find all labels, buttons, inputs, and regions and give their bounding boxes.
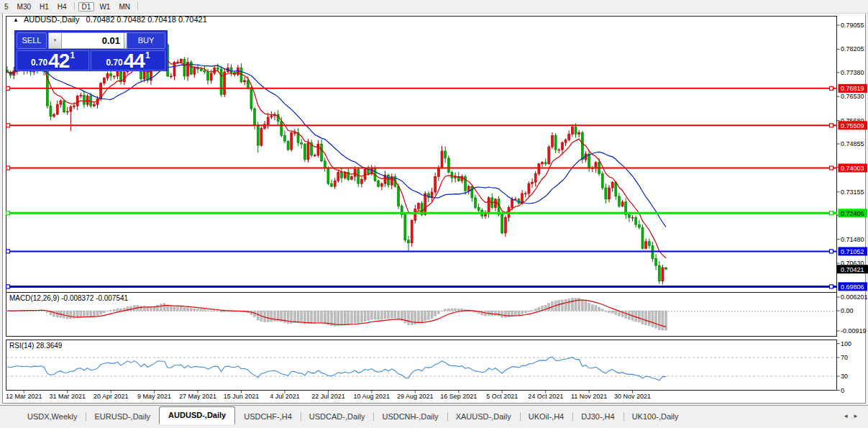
buy-button[interactable]: BUY <box>127 32 165 49</box>
tab-usdchf-h4[interactable]: USDCHF-,H4 <box>235 409 301 424</box>
sell-price-point: 1 <box>70 50 75 60</box>
svg-text:4 Jul 2021: 4 Jul 2021 <box>270 393 300 400</box>
svg-text:24 Oct 2021: 24 Oct 2021 <box>528 393 563 400</box>
svg-text:15 Jun 2021: 15 Jun 2021 <box>224 393 260 400</box>
svg-text:30: 30 <box>841 373 848 380</box>
svg-text:0.79055: 0.79055 <box>841 22 864 29</box>
buy-price-point: 1 <box>145 50 150 60</box>
timeframe-w1-button[interactable]: W1 <box>96 2 114 12</box>
sell-button[interactable]: SELL <box>17 32 47 49</box>
svg-text:30 Nov 2021: 30 Nov 2021 <box>614 393 651 400</box>
svg-text:29 Aug 2021: 29 Aug 2021 <box>397 393 434 400</box>
svg-text:11 Nov 2021: 11 Nov 2021 <box>571 393 607 400</box>
svg-text:20 Apr 2021: 20 Apr 2021 <box>93 393 129 400</box>
svg-text:12 Mar 2021: 12 Mar 2021 <box>6 393 42 400</box>
svg-text:27 May 2021: 27 May 2021 <box>179 393 216 400</box>
svg-text:0.70421: 0.70421 <box>841 266 864 273</box>
sell-price-display[interactable]: 0.70 42 1 <box>17 50 89 70</box>
scroll-right-icon: ► <box>853 413 863 419</box>
tab-usdx-weekly[interactable]: USDX,Weekly <box>19 409 86 424</box>
svg-text:0.77380: 0.77380 <box>841 69 864 76</box>
tab-ukoil-h4[interactable]: UKOil-,H4 <box>520 409 573 424</box>
toolbar-separator <box>137 2 138 11</box>
timeframe-d1-button[interactable]: D1 <box>78 2 95 12</box>
svg-text:0.75509: 0.75509 <box>841 122 864 129</box>
svg-text:0.78205: 0.78205 <box>841 45 864 53</box>
collapse-trade-panel-icon[interactable]: ▲ <box>13 17 19 23</box>
svg-text:0.71480: 0.71480 <box>841 236 864 243</box>
toolbar-separator <box>74 2 75 11</box>
svg-text:0.73155: 0.73155 <box>841 188 864 196</box>
tab-usdcad-daily[interactable]: USDCAD-,Daily <box>301 409 374 424</box>
svg-text:22 Jul 2021: 22 Jul 2021 <box>311 393 345 400</box>
timeframe-mn-button[interactable]: MN <box>115 2 134 12</box>
svg-text:0.76530: 0.76530 <box>841 93 864 100</box>
svg-text:0.76819: 0.76819 <box>841 85 864 92</box>
timeframe-h1-button[interactable]: H1 <box>36 2 52 12</box>
svg-text:0.74855: 0.74855 <box>841 140 864 147</box>
timeframe-toolbar: 5 M30 H1 H4 D1 W1 MN <box>0 0 868 14</box>
scroll-left-icon: ◄ <box>843 413 853 419</box>
tab-scroll-arrows[interactable]: ◄► <box>843 413 863 419</box>
tab-uk100-daily[interactable]: UK100-,Daily <box>623 409 687 424</box>
timeframe-m5-button[interactable]: 5 <box>1 2 12 12</box>
caret-down-icon: ▼ <box>53 38 58 42</box>
svg-text:100: 100 <box>841 340 851 347</box>
chart-ohlc-values: 0.70482 0.70482 0.70418 0.70421 <box>86 15 207 24</box>
svg-text:0.006201: 0.006201 <box>841 293 868 301</box>
tab-audusd-daily[interactable]: AUDUSD-,Daily <box>159 406 235 424</box>
one-click-trading-panel: SELL ▼ ▲ BUY 0.70 42 1 0.70 44 1 <box>14 30 168 71</box>
svg-text:5 Oct 2021: 5 Oct 2021 <box>486 393 518 400</box>
volume-input[interactable] <box>61 32 124 49</box>
rsi-indicator-label: RSI(14) 28.3649 <box>9 342 62 350</box>
tab-xauusd-daily[interactable]: XAUUSD-,Daily <box>447 409 520 424</box>
svg-text:0.72406: 0.72406 <box>841 210 864 217</box>
svg-text:-0.00919: -0.00919 <box>841 327 867 334</box>
svg-text:0.71052: 0.71052 <box>841 248 864 255</box>
svg-text:16 Sep 2021: 16 Sep 2021 <box>440 393 477 400</box>
buy-price-prefix: 0.70 <box>106 58 122 68</box>
buy-price-pips: 44 <box>124 52 145 70</box>
svg-text:9 May 2021: 9 May 2021 <box>137 393 171 400</box>
svg-text:0.00: 0.00 <box>841 307 854 314</box>
tab-usdcnh-daily[interactable]: USDCNH-,Daily <box>373 409 447 424</box>
volume-decrease-button[interactable]: ▼ <box>48 32 62 49</box>
tab-eurusd-daily[interactable]: EURUSD-,Daily <box>86 409 159 424</box>
buy-price-display[interactable]: 0.70 44 1 <box>91 50 165 70</box>
timeframe-h4-button[interactable]: H4 <box>54 2 70 12</box>
timeframe-m30-button[interactable]: M30 <box>14 2 35 12</box>
chart-header: ▲ AUDUSD-,Daily 0.70482 0.70482 0.70418 … <box>13 15 207 24</box>
mt4-terminal-window: 0.790550.782050.773800.765300.756800.748… <box>0 0 868 428</box>
svg-text:0.69806: 0.69806 <box>841 283 864 291</box>
chart-symbol-title: AUDUSD-,Daily <box>24 15 80 24</box>
svg-text:31 Mar 2021: 31 Mar 2021 <box>49 393 86 400</box>
tab-dj30-h4[interactable]: DJ30-,H4 <box>572 409 623 424</box>
svg-text:70: 70 <box>841 354 848 361</box>
svg-text:0: 0 <box>841 387 844 394</box>
svg-text:10 Aug 2021: 10 Aug 2021 <box>354 393 390 400</box>
sell-price-prefix: 0.70 <box>31 58 47 68</box>
sell-price-pips: 42 <box>48 52 69 70</box>
chart-tabs-bar: USDX,Weekly EURUSD-,Daily AUDUSD-,Daily … <box>0 405 868 424</box>
macd-indicator-label: MACD(12,26,9) -0.008372 -0.007541 <box>9 294 128 302</box>
svg-text:0.74003: 0.74003 <box>841 165 864 172</box>
